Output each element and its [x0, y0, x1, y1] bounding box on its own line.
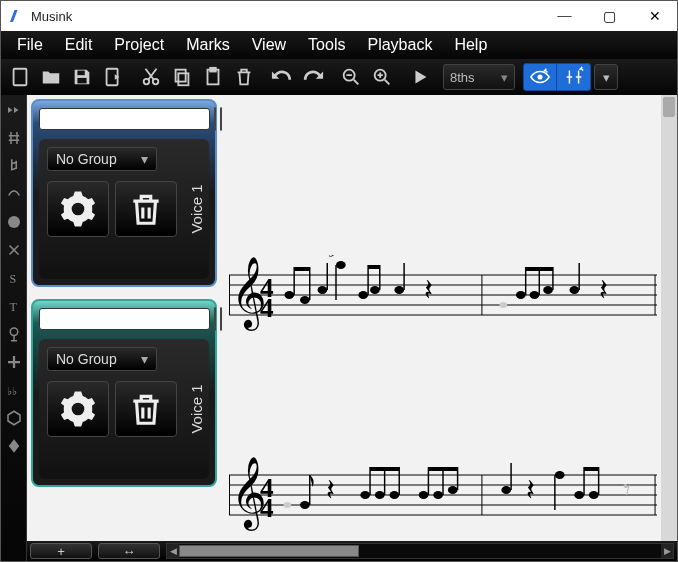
svg-text:T: T — [9, 300, 17, 314]
chevron-down-icon: ▾ — [501, 70, 508, 85]
voice-delete-button[interactable] — [115, 381, 177, 437]
close-button[interactable]: ✕ — [632, 1, 677, 31]
svg-point-49 — [530, 291, 540, 299]
svg-point-82 — [448, 486, 458, 494]
menu-file[interactable]: File — [7, 33, 53, 57]
hex-tool-icon[interactable] — [3, 407, 25, 429]
svg-point-80 — [419, 491, 429, 499]
svg-point-73 — [360, 491, 370, 499]
svg-rect-43 — [368, 265, 380, 269]
svg-text:♭: ♭ — [328, 255, 336, 261]
svg-point-74 — [375, 491, 385, 499]
svg-rect-6 — [178, 73, 188, 85]
voice-name-input[interactable] — [39, 308, 210, 330]
svg-point-13 — [8, 216, 20, 228]
staff-1[interactable]: 𝄞 4 4 ♭ — [229, 255, 657, 343]
svg-point-90 — [555, 471, 565, 479]
play-button[interactable] — [405, 62, 435, 92]
quantize-value: 8ths — [450, 70, 475, 85]
svg-point-75 — [390, 491, 400, 499]
staff-2[interactable]: 𝄞 4 4 𝄽 — [229, 455, 657, 541]
voice-group-value: No Group — [56, 151, 117, 167]
t-tool-icon[interactable]: T — [3, 295, 25, 317]
voice-remove-button[interactable] — [220, 307, 222, 331]
svg-point-44 — [394, 286, 404, 294]
add-measure-button[interactable]: + — [30, 543, 92, 559]
voice-group-select[interactable]: No Group ▾ — [47, 347, 157, 371]
minimize-button[interactable]: — — [542, 1, 587, 31]
menu-help[interactable]: Help — [444, 33, 497, 57]
svg-point-50 — [543, 286, 553, 294]
svg-text:4: 4 — [260, 292, 274, 323]
titlebar: Musink — ▢ ✕ — [1, 1, 677, 31]
record-tool-icon[interactable] — [3, 211, 25, 233]
plus-tool-icon[interactable] — [3, 351, 25, 373]
svg-point-48 — [516, 291, 526, 299]
open-button[interactable] — [36, 62, 66, 92]
voice-delete-button[interactable] — [115, 181, 177, 237]
redo-button[interactable] — [298, 62, 328, 92]
voice-remove-button[interactable] — [220, 107, 222, 131]
toolbar-more-button[interactable]: ▾ — [594, 64, 618, 90]
snap-toggle-group — [523, 63, 591, 91]
new-button[interactable] — [5, 62, 35, 92]
svg-text:S: S — [9, 272, 16, 286]
voice-settings-button[interactable] — [47, 381, 109, 437]
menu-project[interactable]: Project — [104, 33, 174, 57]
menu-view[interactable]: View — [242, 33, 296, 57]
mute-tool-icon[interactable] — [3, 239, 25, 261]
cut-button[interactable] — [136, 62, 166, 92]
scroll-left-icon[interactable]: ◀ — [167, 544, 179, 558]
paste-button[interactable] — [198, 62, 228, 92]
voice-name-input[interactable] — [39, 108, 210, 130]
diamond-tool-icon[interactable] — [3, 435, 25, 457]
snap-edit-toggle[interactable] — [557, 63, 591, 91]
export-button[interactable] — [98, 62, 128, 92]
snap-view-toggle[interactable] — [523, 63, 557, 91]
svg-point-69 — [283, 502, 291, 508]
voice-settings-button[interactable] — [47, 181, 109, 237]
menu-tools[interactable]: Tools — [298, 33, 355, 57]
score-canvas[interactable]: No Group ▾ Voice 1 — [27, 95, 677, 541]
natural-tool-icon[interactable] — [3, 155, 25, 177]
svg-text:𝄽: 𝄽 — [327, 480, 334, 499]
expand-tool-icon[interactable] — [3, 99, 25, 121]
tool-sidebar: S T ♭♭ — [1, 95, 27, 561]
tie-tool-icon[interactable] — [3, 183, 25, 205]
zoom-in-button[interactable] — [367, 62, 397, 92]
svg-point-47 — [499, 302, 507, 308]
voice-panel-2: No Group ▾ Voice 1 — [31, 299, 217, 487]
svg-point-12 — [538, 75, 542, 79]
vertical-scrollbar[interactable] — [661, 95, 677, 541]
svg-rect-79 — [370, 467, 399, 471]
loop-tool-icon[interactable] — [3, 323, 25, 345]
stretch-button[interactable]: ↔ — [98, 543, 160, 559]
voice-add-button[interactable] — [214, 307, 216, 331]
copy-button[interactable] — [167, 62, 197, 92]
app-title: Musink — [31, 9, 542, 24]
flats-tool-icon[interactable]: ♭♭ — [3, 379, 25, 401]
sharp-tool-icon[interactable] — [3, 127, 25, 149]
undo-button[interactable] — [267, 62, 297, 92]
menu-playback[interactable]: Playback — [357, 33, 442, 57]
quantize-select[interactable]: 8ths ▾ — [443, 64, 515, 90]
svg-text:𝄽: 𝄽 — [527, 480, 534, 499]
voice-add-button[interactable] — [214, 107, 216, 131]
svg-text:4: 4 — [260, 492, 274, 523]
voice-group-select[interactable]: No Group ▾ — [47, 147, 157, 171]
menu-edit[interactable]: Edit — [55, 33, 103, 57]
svg-point-37 — [336, 261, 346, 269]
scroll-right-icon[interactable]: ▶ — [661, 544, 673, 558]
maximize-button[interactable]: ▢ — [587, 1, 632, 31]
zoom-out-button[interactable] — [336, 62, 366, 92]
s-tool-icon[interactable]: S — [3, 267, 25, 289]
save-button[interactable] — [67, 62, 97, 92]
svg-rect-9 — [210, 68, 216, 72]
svg-point-92 — [574, 491, 584, 499]
menu-marks[interactable]: Marks — [176, 33, 240, 57]
svg-point-93 — [589, 491, 599, 499]
svg-point-87 — [501, 486, 511, 494]
delete-button[interactable] — [229, 62, 259, 92]
horizontal-scrollbar[interactable]: ◀ ▶ — [166, 543, 674, 559]
voice-label: Voice 1 — [188, 184, 205, 233]
